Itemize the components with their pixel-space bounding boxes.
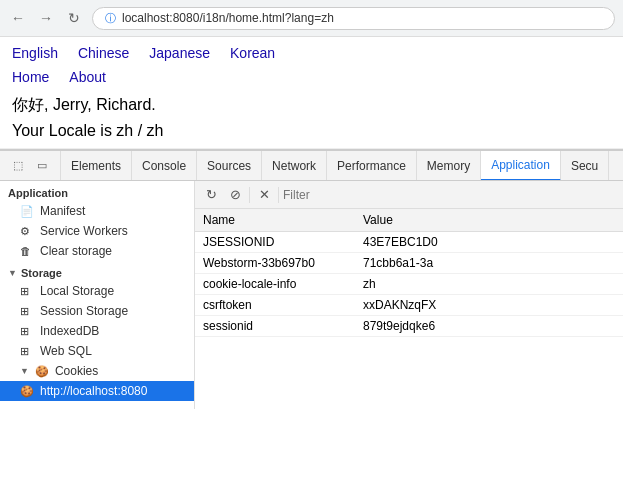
sidebar-manifest[interactable]: 📄 Manifest: [0, 201, 194, 221]
refresh-cookies-button[interactable]: ↻: [201, 185, 221, 205]
table-row[interactable]: cookie-locale-infozh: [195, 274, 623, 295]
locale-text: Your Locale is zh / zh: [12, 122, 611, 140]
tab-sources[interactable]: Sources: [197, 151, 262, 180]
sidebar-session-storage[interactable]: ⊞ Session Storage: [0, 301, 194, 321]
sidebar-cookies[interactable]: ▼ 🍪 Cookies: [0, 361, 194, 381]
service-workers-icon: ⚙: [20, 225, 34, 238]
filter-input[interactable]: [283, 188, 617, 202]
tab-elements[interactable]: Elements: [61, 151, 132, 180]
cookie-value-cell: 71cbb6a1-3a: [355, 253, 623, 274]
table-header-value: Value: [355, 209, 623, 232]
page-nav: Home About: [12, 69, 611, 85]
lang-chinese[interactable]: Chinese: [78, 45, 129, 61]
security-icon: ⓘ: [105, 11, 116, 26]
clear-storage-icon: 🗑: [20, 245, 34, 257]
devtools-icon-buttons: ⬚ ▭: [0, 151, 61, 180]
devtools-main-panel: ↻ ⊘ ✕ Name Value JSESSIONID43E7EBC1D0: [195, 181, 623, 409]
table-row[interactable]: csrftokenxxDAKNzqFX: [195, 295, 623, 316]
devtools-tabs: ⬚ ▭ Elements Console Sources Network Per…: [0, 151, 623, 181]
devtools-panel: ⬚ ▭ Elements Console Sources Network Per…: [0, 149, 623, 409]
toolbar-divider: [249, 187, 250, 203]
language-nav: English Chinese Japanese Korean: [12, 45, 611, 61]
clear-cookies-button[interactable]: ✕: [254, 185, 274, 205]
local-storage-icon: ⊞: [20, 285, 34, 298]
lang-korean[interactable]: Korean: [230, 45, 275, 61]
reload-button[interactable]: ↻: [64, 8, 84, 28]
devtools-body: Application 📄 Manifest ⚙ Service Workers…: [0, 181, 623, 409]
sidebar-web-sql-label: Web SQL: [40, 344, 92, 358]
address-bar[interactable]: ⓘ localhost:8080/i18n/home.html?lang=zh: [92, 7, 615, 30]
table-row[interactable]: sessionid879t9ejdqke6: [195, 316, 623, 337]
sidebar-cookies-url-label: http://localhost:8080: [40, 384, 147, 398]
table-row[interactable]: Webstorm-33b697b071cbb6a1-3a: [195, 253, 623, 274]
sidebar-session-storage-label: Session Storage: [40, 304, 128, 318]
indexeddb-icon: ⊞: [20, 325, 34, 338]
toolbar-divider-2: [278, 187, 279, 203]
sidebar-service-workers[interactable]: ⚙ Service Workers: [0, 221, 194, 241]
inspect-icon[interactable]: ⬚: [8, 156, 28, 176]
cookie-name-cell: csrftoken: [195, 295, 355, 316]
app-section-title: Application: [0, 181, 194, 201]
cookies-table: Name Value JSESSIONID43E7EBC1D0Webstorm-…: [195, 209, 623, 409]
tab-security[interactable]: Secu: [561, 151, 609, 180]
cookie-value-cell: 879t9ejdqke6: [355, 316, 623, 337]
table-row[interactable]: JSESSIONID43E7EBC1D0: [195, 232, 623, 253]
greeting-text: 你好, Jerry, Richard.: [12, 95, 611, 116]
tab-performance[interactable]: Performance: [327, 151, 417, 180]
storage-section-title: ▼ Storage: [0, 261, 194, 281]
address-text: localhost:8080/i18n/home.html?lang=zh: [122, 11, 334, 25]
manifest-icon: 📄: [20, 205, 34, 218]
session-storage-icon: ⊞: [20, 305, 34, 318]
cookies-triangle: ▼: [20, 366, 29, 376]
tab-memory[interactable]: Memory: [417, 151, 481, 180]
back-button[interactable]: ←: [8, 8, 28, 28]
nav-home[interactable]: Home: [12, 69, 49, 85]
storage-triangle: ▼: [8, 268, 17, 278]
block-cookies-button[interactable]: ⊘: [225, 185, 245, 205]
sidebar-web-sql[interactable]: ⊞ Web SQL: [0, 341, 194, 361]
sidebar-clear-storage-label: Clear storage: [40, 244, 112, 258]
lang-japanese[interactable]: Japanese: [149, 45, 210, 61]
cookies-data-table: Name Value JSESSIONID43E7EBC1D0Webstorm-…: [195, 209, 623, 337]
browser-chrome: ← → ↻ ⓘ localhost:8080/i18n/home.html?la…: [0, 0, 623, 37]
sidebar-indexeddb[interactable]: ⊞ IndexedDB: [0, 321, 194, 341]
cookie-name-cell: sessionid: [195, 316, 355, 337]
cookie-url-icon: 🍪: [20, 385, 34, 398]
sidebar-cookies-url[interactable]: 🍪 http://localhost:8080: [0, 381, 194, 401]
tab-network[interactable]: Network: [262, 151, 327, 180]
cookie-value-cell: xxDAKNzqFX: [355, 295, 623, 316]
nav-about[interactable]: About: [69, 69, 106, 85]
cookie-name-cell: cookie-locale-info: [195, 274, 355, 295]
sidebar-cookies-label: Cookies: [55, 364, 98, 378]
cookies-icon: 🍪: [35, 365, 49, 378]
devtools-main-toolbar: ↻ ⊘ ✕: [195, 181, 623, 209]
page-content: English Chinese Japanese Korean Home Abo…: [0, 37, 623, 149]
sidebar-manifest-label: Manifest: [40, 204, 85, 218]
lang-english[interactable]: English: [12, 45, 58, 61]
cookie-value-cell: zh: [355, 274, 623, 295]
table-header-name: Name: [195, 209, 355, 232]
forward-button[interactable]: →: [36, 8, 56, 28]
tab-console[interactable]: Console: [132, 151, 197, 180]
browser-toolbar: ← → ↻ ⓘ localhost:8080/i18n/home.html?la…: [0, 0, 623, 36]
sidebar-local-storage-label: Local Storage: [40, 284, 114, 298]
sidebar-indexeddb-label: IndexedDB: [40, 324, 99, 338]
cookie-name-cell: Webstorm-33b697b0: [195, 253, 355, 274]
sidebar-service-workers-label: Service Workers: [40, 224, 128, 238]
tab-application[interactable]: Application: [481, 151, 561, 181]
cookie-name-cell: JSESSIONID: [195, 232, 355, 253]
device-icon[interactable]: ▭: [32, 156, 52, 176]
sidebar-clear-storage[interactable]: 🗑 Clear storage: [0, 241, 194, 261]
cookie-value-cell: 43E7EBC1D0: [355, 232, 623, 253]
web-sql-icon: ⊞: [20, 345, 34, 358]
devtools-sidebar: Application 📄 Manifest ⚙ Service Workers…: [0, 181, 195, 409]
sidebar-local-storage[interactable]: ⊞ Local Storage: [0, 281, 194, 301]
